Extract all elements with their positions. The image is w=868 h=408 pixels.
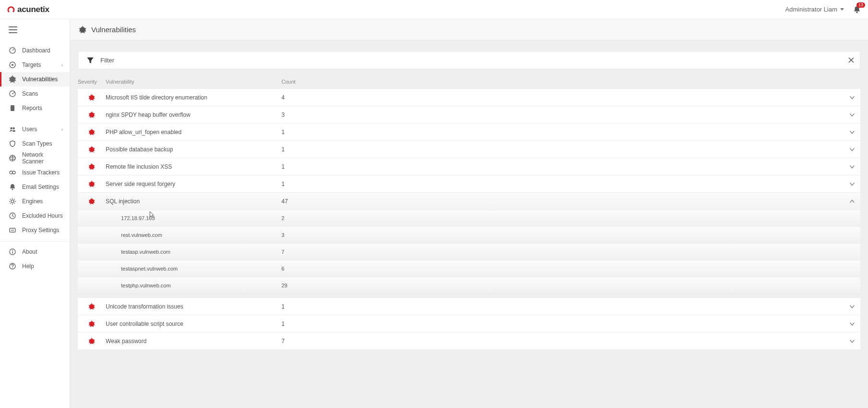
severity-high-icon bbox=[88, 111, 95, 118]
notifications-badge: 13 bbox=[856, 2, 865, 8]
col-severity: Severity bbox=[78, 79, 106, 85]
sidebar-item-reports[interactable]: Reports bbox=[0, 101, 70, 115]
vuln-name: Possible database backup bbox=[106, 146, 281, 153]
vuln-name: PHP allow_url_fopen enabled bbox=[106, 129, 281, 136]
table-row[interactable]: Microsoft IIS tilde directory enumeratio… bbox=[78, 88, 860, 106]
sidebar-item-label: About bbox=[22, 248, 37, 255]
vuln-count: 1 bbox=[281, 303, 349, 310]
vuln-count: 1 bbox=[281, 129, 349, 136]
sidebar-item-email-settings[interactable]: Email Settings bbox=[0, 180, 70, 194]
users-icon bbox=[9, 125, 16, 133]
filter-label: Filter bbox=[100, 57, 114, 64]
sidebar-item-targets[interactable]: Targets › bbox=[0, 58, 70, 72]
chevron-right-icon: › bbox=[61, 62, 63, 68]
table-row[interactable]: Server side request forgery 1 bbox=[78, 175, 860, 192]
vulnerability-table: Severity Vulnerability Count Microsoft I… bbox=[78, 76, 860, 349]
target-count: 7 bbox=[281, 249, 349, 255]
table-row[interactable]: Possible database backup 1 bbox=[78, 140, 860, 158]
sidebar-item-excluded-hours[interactable]: Excluded Hours bbox=[0, 209, 70, 223]
sidebar-item-engines[interactable]: Engines bbox=[0, 194, 70, 209]
table-row[interactable]: Unicode transformation issues 1 bbox=[78, 297, 860, 315]
sidebar-item-label: Scans bbox=[22, 90, 38, 97]
filter-clear-button[interactable] bbox=[847, 56, 855, 64]
target-name: testaspnet.vulnweb.com bbox=[106, 266, 281, 272]
hamburger-button[interactable] bbox=[9, 26, 17, 33]
table-subrow[interactable]: rest.vulnweb.com 3 bbox=[78, 226, 860, 243]
target-name: testasp.vulnweb.com bbox=[106, 249, 281, 255]
user-menu[interactable]: Administrator Liam bbox=[785, 6, 844, 13]
chevron-down-icon bbox=[849, 181, 856, 187]
chevron-down-icon bbox=[849, 303, 856, 310]
filter-icon bbox=[86, 56, 95, 64]
sidebar-item-help[interactable]: Help bbox=[0, 259, 70, 273]
sidebar-item-label: Excluded Hours bbox=[22, 212, 63, 219]
notifications-button[interactable]: 13 bbox=[853, 5, 861, 14]
table-subrow[interactable]: 172.18.97.163 2 bbox=[78, 210, 860, 226]
vuln-name: nginx SPDY heap buffer overflow bbox=[106, 111, 281, 118]
table-header: Severity Vulnerability Count bbox=[78, 76, 860, 88]
chevron-up-icon bbox=[849, 198, 856, 205]
table-row-expanded[interactable]: SQL injection 47 bbox=[78, 192, 860, 210]
sidebar-item-dashboard[interactable]: Dashboard bbox=[0, 43, 70, 58]
sidebar-item-scan-types[interactable]: Scan Types bbox=[0, 136, 70, 151]
target-count: 3 bbox=[281, 232, 349, 238]
severity-high-icon bbox=[88, 181, 95, 187]
sidebar-item-vulnerabilities[interactable]: Vulnerabilities bbox=[0, 72, 70, 87]
target-count: 6 bbox=[281, 266, 349, 272]
sidebar-item-scans[interactable]: Scans bbox=[0, 87, 70, 101]
target-name: 172.18.97.163 bbox=[106, 215, 281, 221]
table-row[interactable]: PHP allow_url_fopen enabled 1 bbox=[78, 123, 860, 140]
page-header: Vulnerabilities bbox=[70, 19, 868, 40]
chevron-right-icon: › bbox=[61, 126, 63, 132]
vuln-count: 3 bbox=[281, 111, 349, 118]
brand-logo[interactable]: acunetix bbox=[7, 5, 49, 14]
vuln-count: 1 bbox=[281, 163, 349, 170]
target-name: testphp.vulnweb.com bbox=[106, 283, 281, 288]
severity-high-icon bbox=[88, 303, 95, 310]
vuln-name: SQL injection bbox=[106, 198, 281, 205]
filter-bar[interactable]: Filter bbox=[78, 51, 860, 69]
col-count: Count bbox=[281, 79, 349, 85]
severity-high-icon bbox=[88, 198, 95, 205]
sidebar-item-proxy-settings[interactable]: Proxy Settings bbox=[0, 223, 70, 237]
sidebar-item-about[interactable]: About bbox=[0, 245, 70, 259]
table-subrow[interactable]: testasp.vulnweb.com 7 bbox=[78, 243, 860, 260]
proxy-icon bbox=[9, 226, 16, 234]
vuln-name: Microsoft IIS tilde directory enumeratio… bbox=[106, 94, 281, 101]
table-row[interactable]: Weak password 7 bbox=[78, 332, 860, 349]
gear-icon bbox=[9, 198, 16, 205]
chevron-down-icon bbox=[849, 338, 856, 345]
severity-high-icon bbox=[88, 321, 95, 327]
table-row[interactable]: nginx SPDY heap buffer overflow 3 bbox=[78, 106, 860, 123]
chevron-down-icon bbox=[849, 94, 856, 101]
sidebar-item-users[interactable]: Users › bbox=[0, 122, 70, 136]
target-count: 29 bbox=[281, 283, 349, 288]
topbar: acunetix Administrator Liam 13 bbox=[0, 0, 868, 19]
severity-high-icon bbox=[88, 94, 95, 101]
target-icon bbox=[9, 61, 16, 69]
shield-icon bbox=[9, 140, 16, 148]
gauge-icon bbox=[9, 47, 16, 54]
table-row[interactable]: User controllable script source 1 bbox=[78, 315, 860, 332]
sidebar-item-label: Proxy Settings bbox=[22, 227, 59, 234]
severity-high-icon bbox=[88, 163, 95, 170]
table-row[interactable]: Remote file inclusion XSS 1 bbox=[78, 158, 860, 175]
caret-down-icon bbox=[840, 8, 844, 11]
vuln-name: Remote file inclusion XSS bbox=[106, 163, 281, 170]
sidebar-item-label: Issue Trackers bbox=[22, 169, 60, 176]
table-subrow[interactable]: testaspnet.vulnweb.com 6 bbox=[78, 260, 860, 277]
chevron-down-icon bbox=[849, 163, 856, 170]
vuln-name: Unicode transformation issues bbox=[106, 303, 281, 310]
col-vulnerability: Vulnerability bbox=[106, 79, 281, 85]
link-icon bbox=[9, 169, 16, 176]
target-count: 2 bbox=[281, 215, 349, 221]
table-subrow[interactable]: testphp.vulnweb.com 29 bbox=[78, 277, 860, 294]
sidebar-item-issue-trackers[interactable]: Issue Trackers bbox=[0, 165, 70, 180]
vuln-name: Weak password bbox=[106, 338, 281, 345]
severity-high-icon bbox=[88, 129, 95, 136]
vuln-count: 1 bbox=[281, 321, 349, 327]
sidebar-item-network-scanner[interactable]: Network Scanner bbox=[0, 151, 70, 165]
severity-high-icon bbox=[88, 338, 95, 345]
vuln-count: 4 bbox=[281, 94, 349, 101]
severity-high-icon bbox=[88, 146, 95, 153]
